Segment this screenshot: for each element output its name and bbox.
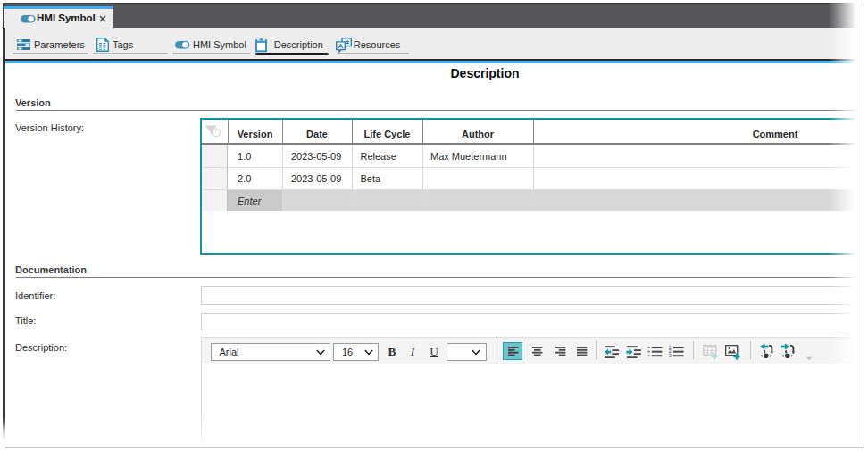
svg-text:3: 3 — [668, 353, 672, 358]
svg-text:A: A — [338, 42, 344, 50]
